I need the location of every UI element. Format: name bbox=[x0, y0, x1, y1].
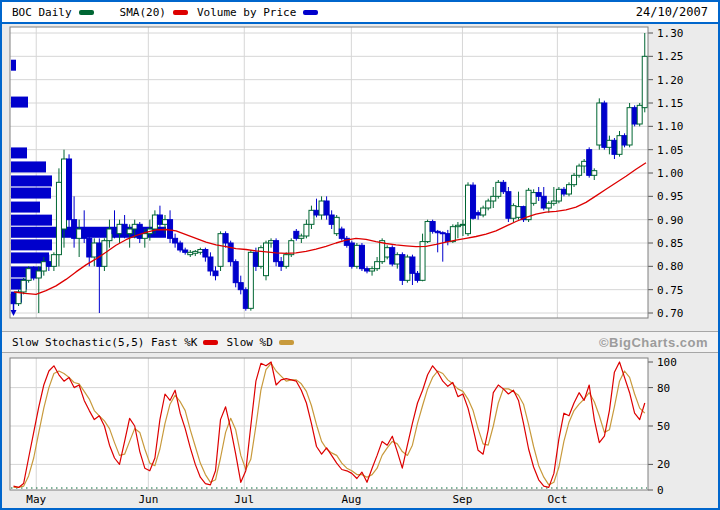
candle-body bbox=[319, 201, 324, 215]
candle-body bbox=[425, 222, 430, 242]
candle-body bbox=[405, 257, 410, 280]
month-label: Aug bbox=[341, 493, 361, 506]
chart-frame: BOC Daily SMA(20) Volume by Price 24/10/… bbox=[0, 0, 720, 510]
candle-body bbox=[385, 248, 390, 257]
candle-body bbox=[137, 224, 142, 238]
candle-body bbox=[430, 222, 435, 232]
candle-body bbox=[572, 175, 577, 184]
candle-body bbox=[476, 213, 481, 215]
candle-body bbox=[188, 252, 193, 254]
candle-body bbox=[637, 105, 642, 124]
candle-body bbox=[551, 201, 556, 203]
candle-body bbox=[238, 283, 243, 290]
legend-label-fast-k: Slow Stochastic(5,5) Fast %K bbox=[12, 336, 197, 349]
candle-body bbox=[617, 136, 622, 155]
candle-body bbox=[567, 185, 572, 194]
volume-by-price-bar bbox=[11, 60, 16, 71]
bigcharts-copyright: ©BigCharts.com bbox=[599, 335, 708, 350]
candle-body bbox=[607, 140, 612, 147]
price-tick-label: 0.85 bbox=[657, 237, 684, 250]
candle-body bbox=[546, 203, 551, 208]
candle-body bbox=[152, 215, 157, 229]
candle-body bbox=[455, 225, 460, 226]
price-tick-label: 0.95 bbox=[657, 190, 684, 203]
candle-body bbox=[486, 201, 491, 208]
candle-body bbox=[77, 229, 82, 238]
candle-body bbox=[511, 206, 516, 219]
price-tick-label: 1.30 bbox=[657, 27, 684, 40]
candle-body bbox=[587, 150, 592, 176]
candle-body bbox=[359, 245, 364, 268]
candle-body bbox=[365, 269, 370, 271]
candle-body bbox=[329, 215, 334, 224]
candle-body bbox=[208, 257, 213, 271]
candle-body bbox=[112, 229, 117, 234]
candle-body bbox=[410, 257, 415, 273]
legend-label-boc-daily: BOC Daily bbox=[12, 6, 72, 19]
candle-body bbox=[415, 273, 420, 280]
stochastic-chart-svg: 1008050200MayJunJulAugSepOct bbox=[2, 353, 718, 508]
candle-body bbox=[142, 234, 147, 239]
legend-swatch-slow-d bbox=[279, 340, 294, 345]
legend-swatch-boc-daily bbox=[79, 10, 94, 15]
chart-date: 24/10/2007 bbox=[636, 5, 708, 19]
candle-body bbox=[339, 229, 344, 238]
plot-background bbox=[10, 27, 648, 318]
candle-body bbox=[198, 250, 203, 253]
candle-body bbox=[501, 182, 506, 191]
candle-body bbox=[420, 242, 425, 281]
candle-body bbox=[87, 238, 92, 257]
candle-body bbox=[21, 280, 26, 292]
candle-body bbox=[26, 269, 31, 281]
legend-swatch-sma bbox=[173, 10, 188, 15]
candle-body bbox=[354, 245, 359, 266]
candle-body bbox=[264, 243, 269, 276]
candle-body bbox=[592, 171, 597, 176]
candle-body bbox=[258, 248, 263, 267]
price-tick-label: 1.00 bbox=[657, 167, 684, 180]
candle-body bbox=[471, 185, 476, 218]
price-legend-bar: BOC Daily SMA(20) Volume by Price 24/10/… bbox=[2, 2, 718, 24]
candle-body bbox=[82, 229, 87, 238]
legend-label-sma: SMA(20) bbox=[120, 6, 166, 19]
candle-body bbox=[622, 136, 627, 145]
candle-body bbox=[16, 292, 21, 304]
volume-by-price-bar bbox=[11, 215, 52, 226]
candle-body bbox=[370, 269, 375, 271]
candle-body bbox=[481, 208, 486, 215]
legend-item-volume-by-price: Volume by Price bbox=[188, 6, 318, 19]
candle-body bbox=[72, 220, 77, 239]
candle-body bbox=[541, 196, 546, 208]
stoch-tick-label: 50 bbox=[657, 420, 670, 433]
volume-by-price-bar bbox=[11, 239, 52, 250]
candle-body bbox=[324, 201, 329, 215]
candle-body bbox=[627, 108, 632, 145]
candle-body bbox=[314, 210, 319, 215]
candle-body bbox=[556, 189, 561, 201]
price-tick-label: 1.10 bbox=[657, 120, 684, 133]
legend-label-slow-d: Slow %D bbox=[226, 336, 272, 349]
candle-body bbox=[203, 250, 208, 257]
candle-body bbox=[597, 103, 602, 145]
candle-body bbox=[602, 103, 607, 147]
candle-body bbox=[248, 252, 253, 308]
candle-body bbox=[107, 229, 112, 241]
candle-body bbox=[309, 210, 314, 224]
candle-body bbox=[536, 193, 541, 197]
candle-body bbox=[132, 224, 137, 229]
volume-by-price-bar bbox=[11, 175, 52, 186]
candle-body bbox=[632, 108, 637, 124]
price-tick-label: 0.80 bbox=[657, 260, 684, 273]
stoch-tick-label: 20 bbox=[657, 458, 670, 471]
candle-body bbox=[51, 255, 56, 267]
candle-body bbox=[62, 159, 67, 229]
month-label: Oct bbox=[547, 493, 567, 506]
candle-body bbox=[243, 290, 248, 309]
candle-body bbox=[117, 224, 122, 233]
candle-body bbox=[178, 243, 183, 250]
candle-body bbox=[612, 140, 617, 154]
candle-body bbox=[582, 161, 587, 166]
candle-body bbox=[183, 250, 188, 252]
month-label: Jul bbox=[234, 493, 254, 506]
legend-item-sma: SMA(20) bbox=[94, 6, 188, 19]
